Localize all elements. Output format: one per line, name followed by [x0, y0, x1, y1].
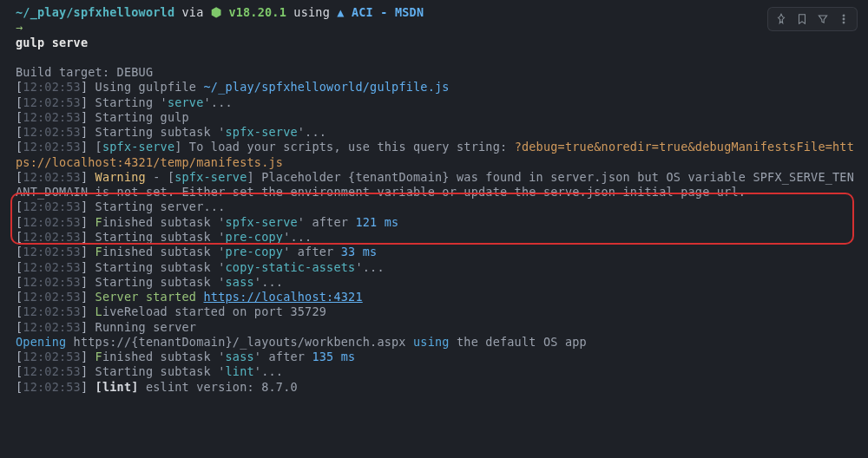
opening-label: Opening	[16, 335, 66, 349]
terminal-toolbar	[767, 7, 858, 31]
filter-icon[interactable]	[813, 10, 832, 28]
command-text: gulp serve	[16, 36, 88, 49]
running-server: Running server	[95, 320, 197, 334]
svg-point-2	[843, 22, 845, 23]
build-target: Build target: DEBUG	[16, 65, 153, 79]
cloud-name: ACI - MSDN	[345, 5, 424, 19]
server-url[interactable]: https://localhost:4321	[204, 290, 363, 304]
task-name: spfx-serve	[102, 140, 174, 154]
opening-url: https://{tenantDomain}/_layouts/workbenc…	[66, 335, 413, 349]
gulpfile-path: ~/_play/spfxhelloworld/gulpfile.js	[204, 80, 450, 94]
svg-point-1	[843, 18, 845, 20]
prompt-path: ~/_play/spfxhelloworld	[16, 5, 174, 19]
more-icon[interactable]	[834, 10, 853, 28]
eslint-version: eslint version: 8.7.0	[139, 380, 298, 394]
duration-135: 135 ms	[312, 350, 355, 363]
bookmark-icon[interactable]	[792, 10, 812, 28]
prompt-using: using	[286, 5, 337, 19]
svg-point-0	[843, 15, 845, 16]
timestamp: 12:02:53	[23, 80, 81, 94]
duration-121: 121 ms	[355, 215, 398, 229]
warning-label: Warning	[95, 170, 146, 184]
cloud-icon: ▲	[337, 5, 344, 19]
livereload-msg: iveReload started on port 35729	[102, 304, 326, 318]
starting-server: Starting server...	[95, 200, 226, 213]
node-version: v18.20.1	[228, 5, 286, 19]
task-serve: serve	[168, 95, 204, 109]
terminal-output[interactable]: ~/_play/spfxhelloworld via ⬢ v18.20.1 us…	[16, 5, 861, 395]
duration-33: 33 ms	[341, 245, 378, 258]
prompt-via: via	[174, 5, 211, 19]
prompt-arrow: →	[16, 20, 23, 34]
starting-gulp: Starting gulp	[95, 110, 189, 124]
node-hex-icon: ⬢	[211, 5, 229, 19]
pin-icon[interactable]	[772, 10, 791, 28]
